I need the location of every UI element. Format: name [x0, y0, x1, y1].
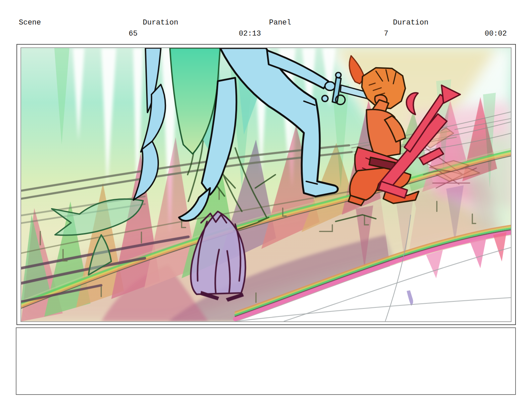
- duration-label-2: Duration: [393, 19, 429, 27]
- duration-value-2: 00:02: [485, 30, 507, 38]
- caption-box: [16, 327, 516, 395]
- scene-label: Scene: [19, 19, 41, 27]
- storyboard-artwork: [21, 48, 511, 321]
- duration-value: 02:13: [239, 30, 261, 38]
- panel-label: Panel: [269, 19, 291, 27]
- panel-value: 7: [384, 30, 388, 38]
- storyboard-panel-inner-frame: [20, 47, 512, 322]
- duration-label: Duration: [143, 19, 178, 27]
- scene-value: 65: [129, 30, 137, 38]
- storyboard-panel-frame: [16, 44, 516, 325]
